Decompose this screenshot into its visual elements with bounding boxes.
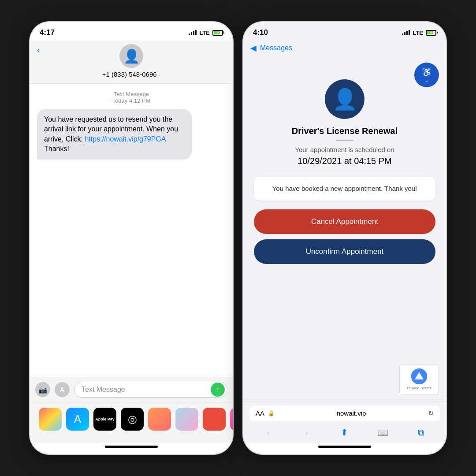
unconfirm-appointment-button[interactable]: Unconfirm Appointment (254, 239, 435, 264)
accessibility-icon: ♿ (421, 67, 432, 78)
url-text[interactable]: nowait.vip (278, 409, 424, 417)
url-bar: AA 🔒 nowait.vip ↻ (249, 405, 440, 421)
accessibility-button[interactable]: ♿ → (414, 63, 439, 87)
received-message-bubble: You have requested us to resend you the … (37, 109, 192, 160)
signal-icon (189, 30, 197, 35)
reload-button[interactable]: ↻ (428, 409, 434, 417)
tabs-button[interactable]: ⧉ (412, 428, 430, 438)
app-drawer-button[interactable]: A (55, 382, 70, 397)
app-content-area: ♿ → 👤 Driver's License Renewal Your appo… (243, 57, 446, 402)
person-icon: 👤 (123, 48, 140, 64)
confirmation-box: You have booked a new appointment. Thank… (254, 177, 435, 201)
messages-header: ‹ 👤 +1 (833) 548-0696 › (30, 41, 233, 84)
home-indicator-right (318, 446, 371, 448)
recaptcha-badge: Privacy · Terms (399, 364, 439, 394)
lte-label-right: LTE (413, 30, 423, 36)
status-bar-right: 4:10 LTE ⚡ (243, 22, 446, 41)
game-icon-2[interactable] (175, 408, 198, 431)
home-indicator (105, 446, 158, 448)
send-button[interactable]: ↑ (211, 383, 225, 397)
game-icon-1[interactable] (148, 408, 171, 431)
status-icons-left: LTE ⚡ (189, 30, 223, 36)
appointment-datetime: 10/29/2021 at 04:15 PM (298, 156, 392, 166)
appointment-label: Your appointment is scheduled on (295, 146, 394, 153)
back-button[interactable]: ‹ (37, 45, 40, 55)
status-bar-left: 4:17 LTE ⚡ (30, 22, 233, 41)
bookmarks-button[interactable]: 📖 (374, 427, 391, 438)
chevron-right-icon: › (159, 71, 161, 78)
left-phone: 4:17 LTE ⚡ ‹ 👤 +1 (30, 22, 233, 454)
camera-button[interactable]: 📷 (35, 382, 50, 397)
time-left: 4:17 (40, 28, 55, 37)
app-dock: A Apple Pay ◎ (30, 402, 233, 443)
time-right: 4:10 (253, 28, 268, 37)
app-icon-red[interactable] (203, 408, 226, 431)
message-link[interactable]: https://nowait.vip/g79PGA (85, 135, 165, 143)
browser-back-button[interactable]: ◀ (250, 43, 257, 53)
svg-text:◎: ◎ (128, 413, 137, 425)
cancel-appointment-button[interactable]: Cancel Appointment (254, 209, 435, 234)
browser-back-nav: ◀ Messages (243, 41, 446, 57)
messages-body: Text Message Today 4:12 PM You have requ… (30, 84, 233, 377)
battery-icon-right: ⚡ (426, 30, 436, 36)
message-text-input[interactable]: Text Message (74, 382, 227, 398)
app-icon-pink[interactable] (230, 408, 233, 431)
lock-icon: 🔒 (268, 410, 275, 416)
aa-button[interactable]: AA (256, 409, 264, 417)
service-person-icon: 👤 (332, 87, 357, 111)
applepay-icon[interactable]: Apple Pay (93, 408, 116, 431)
contact-phone[interactable]: +1 (833) 548-0696 › (102, 71, 161, 78)
recaptcha-text: Privacy · Terms (404, 386, 434, 390)
messages-back-label[interactable]: Messages (260, 44, 292, 52)
right-phone: 4:10 LTE ⚡ ◀ Messages (243, 22, 446, 454)
browser-back-button-bottom[interactable]: ‹ (260, 428, 277, 438)
message-input-area: 📷 A Text Message ↑ (30, 377, 233, 402)
recaptcha-icon (411, 368, 427, 384)
lte-label-left: LTE (199, 30, 210, 36)
signal-icon-right (402, 30, 410, 35)
browser-controls: ‹ › ⬆ 📖 ⧉ (249, 425, 440, 439)
appstore-icon[interactable]: A (66, 408, 89, 431)
status-icons-right: LTE ⚡ (402, 30, 436, 36)
service-divider (336, 140, 353, 141)
service-name: Driver's License Renewal (292, 126, 398, 136)
photos-app-icon[interactable] (39, 408, 62, 431)
battery-icon-left: ⚡ (212, 30, 223, 36)
browser-bottom-bar: AA 🔒 nowait.vip ↻ ‹ › ⬆ 📖 ⧉ (243, 402, 446, 443)
service-avatar: 👤 (325, 79, 364, 119)
contact-avatar: 👤 (119, 44, 143, 68)
browser-forward-button[interactable]: › (298, 428, 316, 438)
message-timestamp: Text Message Today 4:12 PM (37, 91, 226, 104)
message-suffix: Thanks! (44, 145, 69, 152)
share-button[interactable]: ⬆ (336, 427, 353, 438)
confirmation-text: You have booked a new appointment. Thank… (272, 185, 417, 192)
activity-icon[interactable]: ◎ (121, 408, 144, 431)
